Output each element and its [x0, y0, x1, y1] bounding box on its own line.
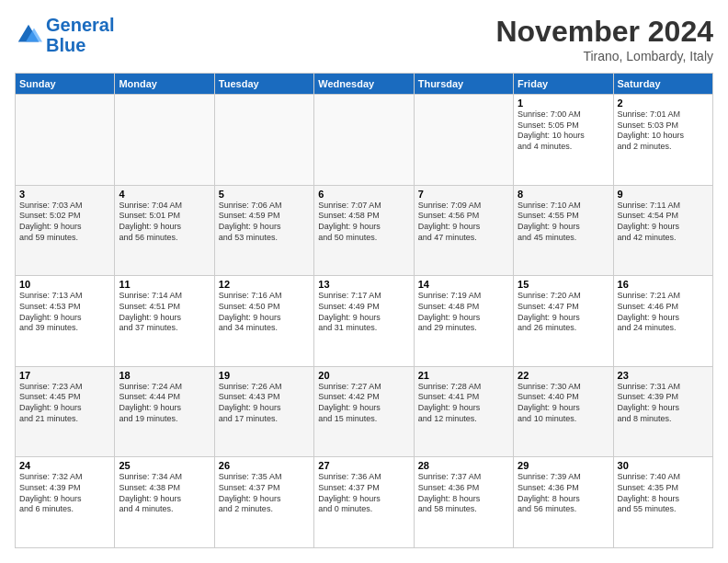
day-info: Sunrise: 7:28 AM Sunset: 4:41 PM Dayligh… [418, 382, 509, 425]
day-info: Sunrise: 7:04 AM Sunset: 5:01 PM Dayligh… [119, 201, 210, 244]
calendar-cell: 24Sunrise: 7:32 AM Sunset: 4:39 PM Dayli… [16, 457, 115, 548]
calendar-cell: 21Sunrise: 7:28 AM Sunset: 4:41 PM Dayli… [414, 366, 513, 457]
calendar-cell: 11Sunrise: 7:14 AM Sunset: 4:51 PM Dayli… [115, 276, 214, 367]
day-info: Sunrise: 7:11 AM Sunset: 4:54 PM Dayligh… [618, 201, 709, 244]
day-number: 25 [119, 460, 210, 471]
day-info: Sunrise: 7:31 AM Sunset: 4:39 PM Dayligh… [618, 382, 709, 425]
col-thursday: Thursday [414, 74, 513, 95]
day-number: 2 [618, 98, 709, 109]
day-info: Sunrise: 7:16 AM Sunset: 4:50 PM Dayligh… [219, 291, 310, 334]
day-info: Sunrise: 7:07 AM Sunset: 4:58 PM Dayligh… [318, 201, 409, 244]
day-number: 10 [19, 279, 110, 290]
calendar-cell: 27Sunrise: 7:36 AM Sunset: 4:37 PM Dayli… [314, 457, 414, 548]
calendar-cell: 26Sunrise: 7:35 AM Sunset: 4:37 PM Dayli… [214, 457, 313, 548]
day-info: Sunrise: 7:17 AM Sunset: 4:49 PM Dayligh… [318, 291, 409, 334]
col-monday: Monday [115, 74, 214, 95]
calendar-cell: 17Sunrise: 7:23 AM Sunset: 4:45 PM Dayli… [16, 366, 115, 457]
day-info: Sunrise: 7:23 AM Sunset: 4:45 PM Dayligh… [19, 382, 110, 425]
day-info: Sunrise: 7:35 AM Sunset: 4:37 PM Dayligh… [219, 472, 310, 515]
title-block: November 2024 Tirano, Lombardy, Italy [495, 15, 713, 63]
day-number: 29 [518, 460, 609, 471]
header: General Blue November 2024 Tirano, Lomba… [15, 15, 713, 63]
calendar-week-1: 1Sunrise: 7:00 AM Sunset: 5:05 PM Daylig… [16, 95, 713, 186]
calendar-cell [115, 95, 214, 186]
calendar-cell: 19Sunrise: 7:26 AM Sunset: 4:43 PM Dayli… [214, 366, 313, 457]
day-info: Sunrise: 7:26 AM Sunset: 4:43 PM Dayligh… [219, 382, 310, 425]
calendar-cell: 18Sunrise: 7:24 AM Sunset: 4:44 PM Dayli… [115, 366, 214, 457]
day-number: 9 [618, 189, 709, 200]
col-saturday: Saturday [613, 74, 712, 95]
day-number: 17 [19, 370, 110, 381]
day-number: 28 [418, 460, 509, 471]
day-number: 30 [618, 460, 709, 471]
day-number: 23 [618, 370, 709, 381]
calendar-cell: 22Sunrise: 7:30 AM Sunset: 4:40 PM Dayli… [514, 366, 613, 457]
day-info: Sunrise: 7:32 AM Sunset: 4:39 PM Dayligh… [19, 472, 110, 515]
calendar-cell: 8Sunrise: 7:10 AM Sunset: 4:55 PM Daylig… [514, 185, 613, 276]
day-info: Sunrise: 7:34 AM Sunset: 4:38 PM Dayligh… [119, 472, 210, 515]
calendar-week-4: 17Sunrise: 7:23 AM Sunset: 4:45 PM Dayli… [16, 366, 713, 457]
day-info: Sunrise: 7:39 AM Sunset: 4:36 PM Dayligh… [518, 472, 609, 515]
calendar-cell: 5Sunrise: 7:06 AM Sunset: 4:59 PM Daylig… [214, 185, 313, 276]
calendar-cell: 20Sunrise: 7:27 AM Sunset: 4:42 PM Dayli… [314, 366, 414, 457]
location: Tirano, Lombardy, Italy [495, 49, 713, 63]
day-number: 20 [318, 370, 409, 381]
calendar-table: Sunday Monday Tuesday Wednesday Thursday… [15, 73, 713, 548]
day-info: Sunrise: 7:36 AM Sunset: 4:37 PM Dayligh… [318, 472, 409, 515]
day-number: 7 [418, 189, 509, 200]
calendar-cell: 16Sunrise: 7:21 AM Sunset: 4:46 PM Dayli… [613, 276, 712, 367]
day-info: Sunrise: 7:13 AM Sunset: 4:53 PM Dayligh… [19, 291, 110, 334]
page: General Blue November 2024 Tirano, Lomba… [0, 0, 728, 563]
calendar-cell: 9Sunrise: 7:11 AM Sunset: 4:54 PM Daylig… [613, 185, 712, 276]
day-number: 12 [219, 279, 310, 290]
day-number: 11 [119, 279, 210, 290]
calendar-cell: 28Sunrise: 7:37 AM Sunset: 4:36 PM Dayli… [414, 457, 513, 548]
calendar-cell [414, 95, 513, 186]
col-friday: Friday [514, 74, 613, 95]
calendar-cell: 25Sunrise: 7:34 AM Sunset: 4:38 PM Dayli… [115, 457, 214, 548]
calendar-cell: 3Sunrise: 7:03 AM Sunset: 5:02 PM Daylig… [16, 185, 115, 276]
calendar-header: Sunday Monday Tuesday Wednesday Thursday… [16, 74, 713, 95]
day-number: 13 [318, 279, 409, 290]
day-info: Sunrise: 7:09 AM Sunset: 4:56 PM Dayligh… [418, 201, 509, 244]
calendar-cell: 29Sunrise: 7:39 AM Sunset: 4:36 PM Dayli… [514, 457, 613, 548]
day-info: Sunrise: 7:37 AM Sunset: 4:36 PM Dayligh… [418, 472, 509, 515]
day-info: Sunrise: 7:27 AM Sunset: 4:42 PM Dayligh… [318, 382, 409, 425]
calendar-cell [214, 95, 313, 186]
month-title: November 2024 [495, 15, 713, 49]
day-info: Sunrise: 7:30 AM Sunset: 4:40 PM Dayligh… [518, 382, 609, 425]
col-wednesday: Wednesday [314, 74, 414, 95]
day-number: 15 [518, 279, 609, 290]
calendar-cell: 15Sunrise: 7:20 AM Sunset: 4:47 PM Dayli… [514, 276, 613, 367]
calendar-cell: 14Sunrise: 7:19 AM Sunset: 4:48 PM Dayli… [414, 276, 513, 367]
day-info: Sunrise: 7:21 AM Sunset: 4:46 PM Dayligh… [618, 291, 709, 334]
day-number: 3 [19, 189, 110, 200]
calendar-cell [314, 95, 414, 186]
calendar-cell: 13Sunrise: 7:17 AM Sunset: 4:49 PM Dayli… [314, 276, 414, 367]
calendar-body: 1Sunrise: 7:00 AM Sunset: 5:05 PM Daylig… [16, 95, 713, 548]
calendar-cell: 12Sunrise: 7:16 AM Sunset: 4:50 PM Dayli… [214, 276, 313, 367]
day-info: Sunrise: 7:19 AM Sunset: 4:48 PM Dayligh… [418, 291, 509, 334]
day-number: 26 [219, 460, 310, 471]
day-number: 21 [418, 370, 509, 381]
days-header-row: Sunday Monday Tuesday Wednesday Thursday… [16, 74, 713, 95]
calendar-cell: 7Sunrise: 7:09 AM Sunset: 4:56 PM Daylig… [414, 185, 513, 276]
logo-text: General Blue [46, 15, 114, 55]
calendar-cell: 23Sunrise: 7:31 AM Sunset: 4:39 PM Dayli… [613, 366, 712, 457]
calendar-cell: 1Sunrise: 7:00 AM Sunset: 5:05 PM Daylig… [514, 95, 613, 186]
day-info: Sunrise: 7:06 AM Sunset: 4:59 PM Dayligh… [219, 201, 310, 244]
day-number: 14 [418, 279, 509, 290]
calendar-cell: 10Sunrise: 7:13 AM Sunset: 4:53 PM Dayli… [16, 276, 115, 367]
calendar-cell: 2Sunrise: 7:01 AM Sunset: 5:03 PM Daylig… [613, 95, 712, 186]
calendar-cell: 30Sunrise: 7:40 AM Sunset: 4:35 PM Dayli… [613, 457, 712, 548]
logo-blue: Blue [46, 35, 85, 55]
day-number: 22 [518, 370, 609, 381]
col-tuesday: Tuesday [214, 74, 313, 95]
logo-general: General [46, 15, 114, 35]
day-number: 19 [219, 370, 310, 381]
calendar-cell [16, 95, 115, 186]
day-info: Sunrise: 7:01 AM Sunset: 5:03 PM Dayligh… [618, 109, 709, 153]
day-info: Sunrise: 7:10 AM Sunset: 4:55 PM Dayligh… [518, 201, 609, 244]
day-number: 1 [518, 98, 609, 109]
day-number: 24 [19, 460, 110, 471]
